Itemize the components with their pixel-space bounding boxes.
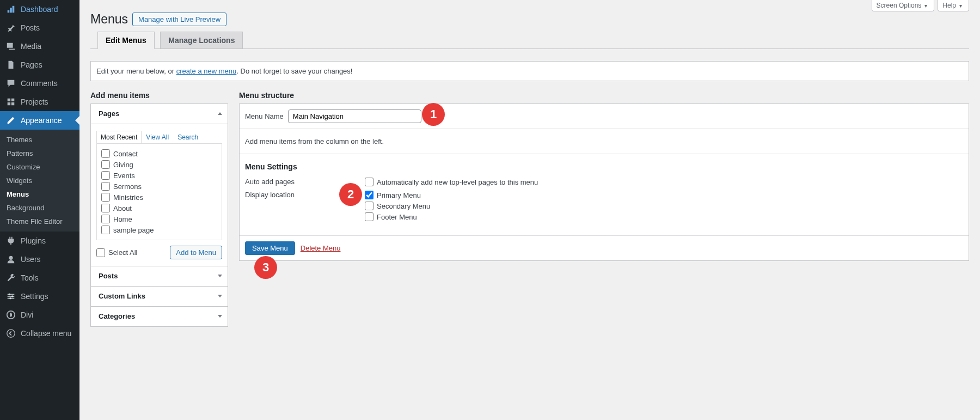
custom-links-panel: Custom Links <box>90 287 228 307</box>
dashboard-icon <box>5 4 16 15</box>
sidebar-item-divi[interactable]: Divi <box>0 306 79 324</box>
page-check-contact[interactable]: Contact <box>101 148 217 159</box>
submenu-themes[interactable]: Themes <box>0 133 79 147</box>
categories-panel-header[interactable]: Categories <box>91 307 228 326</box>
manage-live-preview-button[interactable]: Manage with Live Preview <box>132 13 226 26</box>
save-menu-button[interactable]: Save Menu <box>245 241 295 255</box>
annotation-1: 1 <box>422 103 445 126</box>
checkbox[interactable] <box>101 215 110 223</box>
page-check-events[interactable]: Events <box>101 170 217 181</box>
select-all[interactable]: Select All <box>96 247 137 258</box>
sidebar-item-settings[interactable]: Settings <box>0 287 79 306</box>
sidebar-label: Media <box>21 42 41 51</box>
tab-manage-locations[interactable]: Manage Locations <box>160 32 243 48</box>
page-check-about[interactable]: About <box>101 203 217 214</box>
menu-edit-panel: Menu Name 1 Add menu items from the colu… <box>239 104 969 261</box>
submenu-theme-file-editor[interactable]: Theme File Editor <box>0 215 79 228</box>
pages-checklist: Contact Giving Events Sermons Ministries… <box>96 144 222 240</box>
sidebar-item-comments[interactable]: Comments <box>0 74 79 93</box>
page-check-ministries[interactable]: Ministries <box>101 192 217 203</box>
sidebar-item-projects[interactable]: Projects <box>0 93 79 111</box>
delete-menu-link[interactable]: Delete Menu <box>301 244 341 252</box>
page-check-giving[interactable]: Giving <box>101 159 217 170</box>
location-primary[interactable]: Primary Menu <box>365 191 430 199</box>
pages-panel: Pages Most Recent View All Search Contac… <box>90 104 228 266</box>
location-primary-checkbox[interactable] <box>365 191 373 199</box>
appearance-icon <box>5 115 16 126</box>
sidebar-label: Divi <box>21 311 33 319</box>
custom-links-panel-title: Custom Links <box>99 292 145 300</box>
auto-add-pages-checkbox-label[interactable]: Automatically add new top-level pages to… <box>365 178 538 186</box>
notice-post: . Do not forget to save your changes! <box>236 67 352 75</box>
pages-mini-tabs: Most Recent View All Search <box>96 131 222 144</box>
custom-links-panel-header[interactable]: Custom Links <box>91 287 228 306</box>
location-secondary[interactable]: Secondary Menu <box>365 202 430 210</box>
appearance-submenu: Themes Patterns Customize Widgets Menus … <box>0 130 79 232</box>
sidebar-item-users[interactable]: Users <box>0 250 79 269</box>
menu-name-label: Menu Name <box>245 112 284 120</box>
page-heading-row: Menus Manage with Live Preview <box>90 12 969 27</box>
page-icon <box>5 59 16 70</box>
checkbox[interactable] <box>101 171 110 180</box>
checkbox[interactable] <box>101 149 110 158</box>
submenu-background[interactable]: Background <box>0 201 79 215</box>
sidebar-label: Posts <box>21 23 40 32</box>
submenu-widgets[interactable]: Widgets <box>0 174 79 187</box>
main-content: Screen Options Help Menus Manage with Li… <box>79 0 980 349</box>
caret-down-icon <box>218 315 222 318</box>
sidebar-label: Dashboard <box>21 5 58 14</box>
plugin-icon <box>5 235 16 246</box>
svg-point-5 <box>11 295 14 297</box>
checkbox[interactable] <box>101 160 110 169</box>
pages-panel-header[interactable]: Pages <box>91 104 228 124</box>
sidebar-label: Projects <box>21 98 48 106</box>
checkbox[interactable] <box>101 182 110 191</box>
caret-up-icon <box>218 112 222 115</box>
admin-sidebar: Dashboard Posts Media Pages Comments Pro… <box>0 0 79 349</box>
sidebar-item-posts[interactable]: Posts <box>0 19 79 37</box>
pages-panel-title: Pages <box>99 109 119 118</box>
media-icon <box>5 41 16 52</box>
page-check-sample-page[interactable]: sample page <box>101 224 217 235</box>
location-secondary-checkbox[interactable] <box>365 202 373 210</box>
add-to-menu-button[interactable]: Add to Menu <box>170 246 222 259</box>
menu-name-row: Menu Name 1 <box>240 104 969 129</box>
sidebar-item-media[interactable]: Media <box>0 37 79 56</box>
sidebar-label: Pages <box>21 60 42 69</box>
notice-pre: Edit your menu below, or <box>96 67 176 75</box>
sidebar-item-appearance[interactable]: Appearance <box>0 111 79 130</box>
sidebar-item-plugins[interactable]: Plugins <box>0 232 79 250</box>
svg-point-4 <box>9 294 11 296</box>
page-title: Menus <box>90 12 128 27</box>
submenu-patterns[interactable]: Patterns <box>0 147 79 160</box>
caret-down-icon <box>218 295 222 297</box>
page-check-home[interactable]: Home <box>101 214 217 224</box>
pin-icon <box>5 22 16 33</box>
mini-tab-search[interactable]: Search <box>173 131 203 143</box>
sidebar-label: Tools <box>21 273 39 282</box>
posts-panel-header[interactable]: Posts <box>91 266 228 286</box>
sidebar-item-dashboard[interactable]: Dashboard <box>0 0 79 19</box>
create-new-menu-link[interactable]: create a new menu <box>176 67 237 75</box>
menu-structure-empty-hint: Add menu items from the column on the le… <box>240 129 969 154</box>
checkbox[interactable] <box>101 226 110 234</box>
sidebar-item-pages[interactable]: Pages <box>0 56 79 74</box>
submenu-customize[interactable]: Customize <box>0 160 79 174</box>
select-all-checkbox[interactable] <box>96 248 105 257</box>
auto-add-pages-checkbox[interactable] <box>365 178 373 186</box>
add-menu-items-column: Add menu items Pages Most Recent View Al… <box>90 91 228 327</box>
user-icon <box>5 254 16 265</box>
mini-tab-view-all[interactable]: View All <box>142 131 173 143</box>
location-footer[interactable]: Footer Menu <box>365 212 430 221</box>
page-check-sermons[interactable]: Sermons <box>101 181 217 192</box>
tab-edit-menus[interactable]: Edit Menus <box>97 32 155 49</box>
location-footer-checkbox[interactable] <box>365 212 373 221</box>
checkbox[interactable] <box>101 193 110 202</box>
mini-tab-most-recent[interactable]: Most Recent <box>96 131 142 143</box>
submenu-menus[interactable]: Menus <box>0 187 79 201</box>
checkbox[interactable] <box>101 204 110 212</box>
collapse-menu[interactable]: Collapse menu <box>0 324 79 343</box>
menu-name-input[interactable] <box>288 109 421 123</box>
sidebar-item-tools[interactable]: Tools <box>0 269 79 287</box>
add-menu-items-title: Add menu items <box>90 91 228 100</box>
